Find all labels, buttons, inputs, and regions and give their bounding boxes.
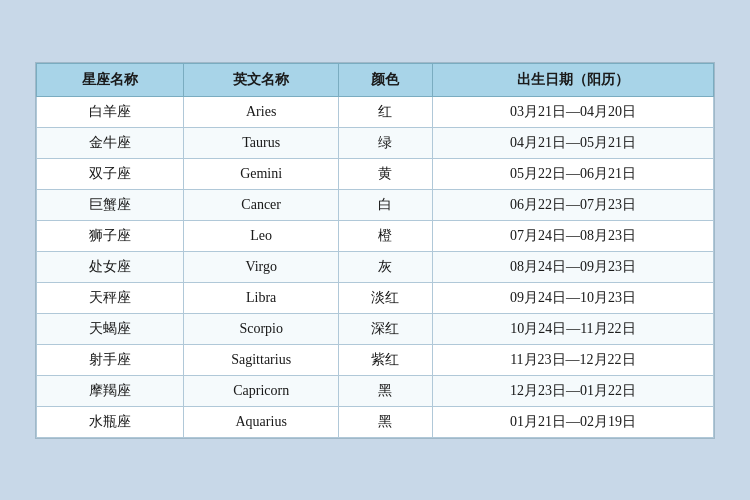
table-row: 巨蟹座Cancer白06月22日—07月23日	[37, 189, 714, 220]
col-english-name: 英文名称	[184, 63, 339, 96]
cell-chinese: 天蝎座	[37, 313, 184, 344]
cell-color: 黑	[339, 375, 433, 406]
cell-english: Virgo	[184, 251, 339, 282]
table-row: 狮子座Leo橙07月24日—08月23日	[37, 220, 714, 251]
cell-date: 07月24日—08月23日	[432, 220, 713, 251]
cell-english: Cancer	[184, 189, 339, 220]
cell-chinese: 双子座	[37, 158, 184, 189]
cell-color: 黑	[339, 406, 433, 437]
table-row: 金牛座Taurus绿04月21日—05月21日	[37, 127, 714, 158]
table-row: 摩羯座Capricorn黑12月23日—01月22日	[37, 375, 714, 406]
zodiac-table-container: 星座名称 英文名称 颜色 出生日期（阳历） 白羊座Aries红03月21日—04…	[35, 62, 715, 439]
cell-english: Capricorn	[184, 375, 339, 406]
cell-english: Gemini	[184, 158, 339, 189]
cell-date: 11月23日—12月22日	[432, 344, 713, 375]
table-row: 白羊座Aries红03月21日—04月20日	[37, 96, 714, 127]
cell-english: Scorpio	[184, 313, 339, 344]
cell-date: 12月23日—01月22日	[432, 375, 713, 406]
table-row: 天蝎座Scorpio深红10月24日—11月22日	[37, 313, 714, 344]
table-row: 处女座Virgo灰08月24日—09月23日	[37, 251, 714, 282]
cell-color: 白	[339, 189, 433, 220]
table-header-row: 星座名称 英文名称 颜色 出生日期（阳历）	[37, 63, 714, 96]
table-body: 白羊座Aries红03月21日—04月20日金牛座Taurus绿04月21日—0…	[37, 96, 714, 437]
cell-color: 紫红	[339, 344, 433, 375]
cell-date: 10月24日—11月22日	[432, 313, 713, 344]
cell-english: Taurus	[184, 127, 339, 158]
cell-date: 01月21日—02月19日	[432, 406, 713, 437]
col-date: 出生日期（阳历）	[432, 63, 713, 96]
cell-chinese: 摩羯座	[37, 375, 184, 406]
table-row: 双子座Gemini黄05月22日—06月21日	[37, 158, 714, 189]
cell-chinese: 金牛座	[37, 127, 184, 158]
cell-chinese: 射手座	[37, 344, 184, 375]
cell-chinese: 水瓶座	[37, 406, 184, 437]
cell-english: Leo	[184, 220, 339, 251]
cell-color: 红	[339, 96, 433, 127]
cell-chinese: 天秤座	[37, 282, 184, 313]
table-row: 射手座Sagittarius紫红11月23日—12月22日	[37, 344, 714, 375]
table-row: 天秤座Libra淡红09月24日—10月23日	[37, 282, 714, 313]
cell-color: 灰	[339, 251, 433, 282]
table-row: 水瓶座Aquarius黑01月21日—02月19日	[37, 406, 714, 437]
cell-date: 09月24日—10月23日	[432, 282, 713, 313]
col-color: 颜色	[339, 63, 433, 96]
cell-chinese: 白羊座	[37, 96, 184, 127]
cell-date: 06月22日—07月23日	[432, 189, 713, 220]
cell-date: 05月22日—06月21日	[432, 158, 713, 189]
cell-color: 橙	[339, 220, 433, 251]
cell-date: 04月21日—05月21日	[432, 127, 713, 158]
cell-english: Sagittarius	[184, 344, 339, 375]
cell-chinese: 处女座	[37, 251, 184, 282]
cell-color: 绿	[339, 127, 433, 158]
cell-english: Aries	[184, 96, 339, 127]
cell-chinese: 巨蟹座	[37, 189, 184, 220]
cell-english: Aquarius	[184, 406, 339, 437]
cell-color: 淡红	[339, 282, 433, 313]
cell-date: 03月21日—04月20日	[432, 96, 713, 127]
cell-color: 深红	[339, 313, 433, 344]
col-chinese-name: 星座名称	[37, 63, 184, 96]
cell-color: 黄	[339, 158, 433, 189]
cell-date: 08月24日—09月23日	[432, 251, 713, 282]
cell-english: Libra	[184, 282, 339, 313]
cell-chinese: 狮子座	[37, 220, 184, 251]
zodiac-table: 星座名称 英文名称 颜色 出生日期（阳历） 白羊座Aries红03月21日—04…	[36, 63, 714, 438]
